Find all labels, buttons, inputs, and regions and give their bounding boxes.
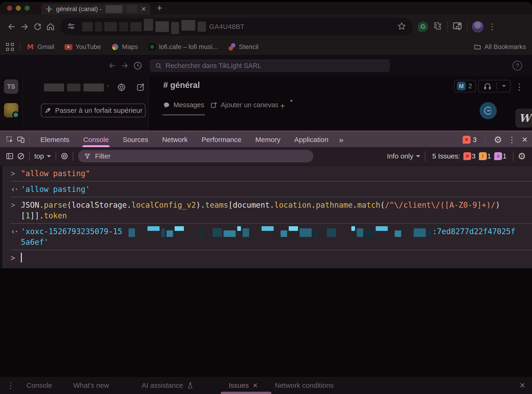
profile-avatar[interactable] bbox=[472, 21, 483, 32]
user-avatar[interactable] bbox=[4, 103, 18, 117]
window-controls bbox=[7, 5, 30, 11]
member-count: 2 bbox=[468, 83, 473, 90]
issue-info-badge-icon: ≡ bbox=[494, 152, 502, 160]
w-letter: W bbox=[519, 112, 531, 124]
live-expression-eye-icon[interactable] bbox=[59, 150, 70, 162]
drawer-item-network-conditions[interactable]: Network conditions bbox=[275, 377, 333, 394]
bookmark-gmail[interactable]: Gmail bbox=[26, 43, 54, 51]
issue-warning-count: 1 bbox=[487, 152, 491, 160]
side-panel-search-icon[interactable] bbox=[452, 21, 462, 32]
more-tabs-icon[interactable]: » bbox=[335, 135, 347, 144]
device-toolbar-icon[interactable] bbox=[15, 134, 26, 145]
minimize-window-button[interactable] bbox=[16, 5, 21, 11]
console-filter-input[interactable]: Filter bbox=[78, 150, 313, 162]
result-arrow-icon: ‹· bbox=[11, 184, 21, 195]
back-icon[interactable] bbox=[5, 20, 18, 33]
workspace-avatar[interactable]: TS bbox=[4, 79, 18, 94]
devtools-tab-console[interactable]: Console bbox=[76, 132, 116, 147]
bookmark-label: lofi.cafe – lofi musi... bbox=[159, 43, 218, 51]
tab-messages[interactable]: Messages bbox=[163, 101, 204, 109]
drawer-item-console[interactable]: Console bbox=[26, 377, 52, 394]
devtools-tab-elements[interactable]: Elements bbox=[33, 132, 76, 147]
bookmark-star-icon[interactable] bbox=[397, 21, 406, 32]
console-pane[interactable]: >"allow pasting"‹·'allow pasting'>JSON.p… bbox=[0, 166, 532, 268]
devtools-top-edge[interactable] bbox=[0, 130, 532, 132]
history-back-icon[interactable] bbox=[108, 62, 116, 70]
drawer-item-label: AI assistance bbox=[142, 381, 183, 389]
bookmark-label: YouTube bbox=[75, 43, 101, 51]
all-bookmarks-button[interactable]: All Bookmarks bbox=[474, 43, 526, 51]
bookmark-label: Maps bbox=[122, 43, 138, 51]
console-sidebar-toggle-icon[interactable] bbox=[4, 150, 15, 162]
devtools-drawer: ⋮ ✕ ConsoleWhat's newAI assistanceIssues… bbox=[0, 376, 532, 394]
drawer-issues-close-icon[interactable]: ✕ bbox=[253, 382, 258, 389]
home-icon[interactable] bbox=[44, 20, 57, 33]
compose-icon[interactable] bbox=[136, 83, 145, 93]
drawer-item-issues[interactable]: Issues✕ bbox=[229, 377, 258, 394]
devtools-settings-gear-icon[interactable]: ⚙ bbox=[494, 135, 502, 144]
devtools-tab-performance[interactable]: Performance bbox=[194, 132, 248, 147]
new-tab-button[interactable]: + bbox=[153, 2, 166, 14]
tab-add-button[interactable]: + bbox=[280, 101, 285, 111]
help-icon[interactable]: ? bbox=[512, 61, 522, 71]
site-settings-icon[interactable] bbox=[67, 22, 76, 31]
close-window-button[interactable] bbox=[7, 5, 12, 11]
issue-error-badge-icon: ✕ bbox=[463, 152, 471, 160]
console-settings-gear-icon[interactable]: ⚙ bbox=[518, 151, 526, 161]
apps-grid-icon[interactable] bbox=[6, 43, 14, 51]
result-arrow-icon: ‹· bbox=[11, 226, 21, 248]
forward-icon[interactable] bbox=[18, 20, 31, 33]
filter-funnel-icon bbox=[84, 153, 91, 160]
tab-close-icon[interactable]: ✕ bbox=[141, 5, 146, 13]
error-count: 3 bbox=[473, 136, 477, 144]
devtools-tab-network[interactable]: Network bbox=[155, 132, 194, 147]
channel-members-button[interactable]: M 2 bbox=[454, 80, 476, 92]
history-forward-icon[interactable] bbox=[121, 62, 129, 70]
drawer-item-ai-assistance[interactable]: AI assistance bbox=[142, 377, 194, 394]
drawer-item-what-s-new[interactable]: What's new bbox=[73, 377, 109, 394]
channel-more-icon[interactable]: ⋮ bbox=[515, 82, 524, 92]
tab-add-canvas[interactable]: Ajouter un canevas bbox=[210, 101, 278, 109]
clear-console-icon[interactable] bbox=[15, 150, 26, 162]
address-bar[interactable]: GA4U48BT bbox=[60, 18, 413, 36]
bookmark-maps[interactable]: Maps bbox=[111, 43, 138, 51]
issues-summary[interactable]: 5 Issues: ✕ 3 ! 1 ≡ 1 bbox=[432, 152, 506, 160]
devtools-tab-application[interactable]: Application bbox=[287, 132, 335, 147]
drawer-close-icon[interactable]: ✕ bbox=[519, 377, 526, 394]
notification-dot bbox=[290, 100, 292, 102]
huddle-chevron-down-icon[interactable] bbox=[502, 85, 506, 89]
fullscreen-window-button[interactable] bbox=[25, 5, 30, 11]
devtools-menu-icon[interactable]: ⋮ bbox=[508, 135, 516, 145]
sidebar-settings-gear-icon[interactable] bbox=[117, 83, 126, 93]
slack-favicon-icon bbox=[46, 5, 52, 13]
workspace-name-redacted[interactable]: ’ bbox=[44, 83, 109, 91]
reload-icon[interactable] bbox=[31, 20, 44, 33]
upgrade-plan-button[interactable]: Passer à un forfait supérieur bbox=[41, 104, 146, 117]
browser-toolbar: GA4U48BT G ⋮ bbox=[0, 14, 532, 39]
grammarly-extension-icon[interactable]: G bbox=[418, 21, 428, 32]
console-errors-indicator[interactable]: ✕ 3 bbox=[463, 136, 477, 144]
devtools-panel: ElementsConsoleSourcesNetworkPerformance… bbox=[0, 130, 532, 394]
url-text: GA4U48BT bbox=[209, 23, 245, 31]
history-clock-icon[interactable] bbox=[133, 61, 142, 70]
devtools-tab-memory[interactable]: Memory bbox=[248, 132, 287, 147]
execution-context-dropdown[interactable]: top bbox=[34, 152, 51, 160]
console-prompt[interactable]: > bbox=[2, 250, 532, 266]
drawer-item-label: Issues bbox=[229, 381, 249, 389]
bookmark-youtube[interactable]: YouTube bbox=[64, 43, 101, 51]
wappalyzer-widget[interactable]: W bbox=[515, 109, 532, 128]
log-level-dropdown[interactable]: Info only bbox=[387, 152, 420, 160]
canvas-icon bbox=[210, 101, 218, 109]
bookmark-lofi-cafe-lofi-musi[interactable]: lofi.cafe – lofi musi... bbox=[148, 43, 218, 51]
browser-menu-icon[interactable]: ⋮ bbox=[488, 22, 496, 31]
devtools-close-icon[interactable]: ✕ bbox=[522, 135, 528, 144]
grammarly-widget-icon[interactable] bbox=[480, 102, 497, 119]
extensions-puzzle-icon[interactable] bbox=[433, 21, 442, 32]
inspect-element-icon[interactable] bbox=[4, 134, 15, 145]
bookmark-stencil[interactable]: Stencil bbox=[228, 43, 258, 51]
devtools-tab-sources[interactable]: Sources bbox=[116, 132, 155, 147]
drawer-menu-icon[interactable]: ⋮ bbox=[6, 377, 15, 394]
browser-tab[interactable]: général (canal) - ✕ bbox=[41, 4, 150, 14]
huddle-button[interactable] bbox=[478, 80, 511, 92]
slack-search-input[interactable]: Rechercher dans TikLight SARL bbox=[150, 60, 390, 72]
